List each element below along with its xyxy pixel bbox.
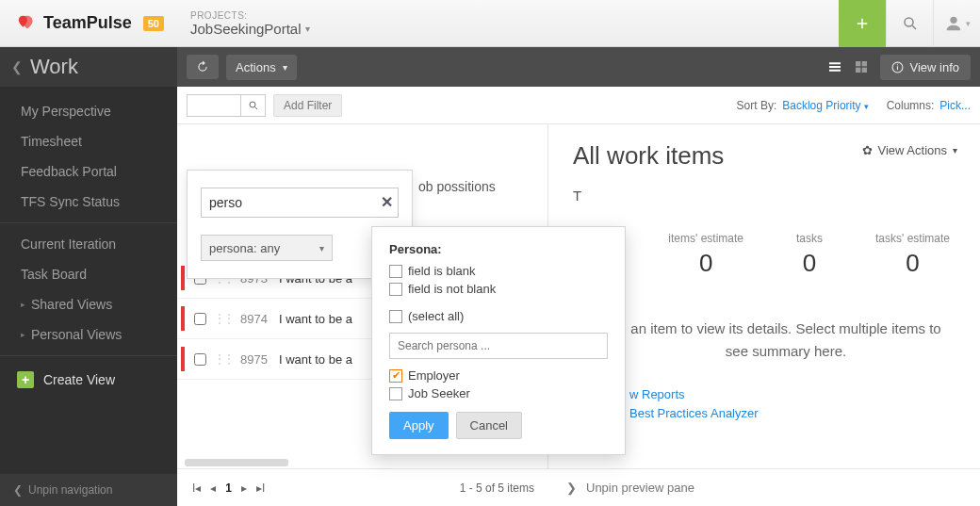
item-title: I want to be a	[279, 312, 352, 326]
partial-row-title: ob possitions	[418, 179, 496, 194]
quick-search-input[interactable]	[187, 94, 241, 117]
brand-logo: TeamPulse	[17, 13, 132, 34]
svg-point-1	[950, 17, 956, 24]
user-icon	[943, 13, 964, 34]
info-icon	[891, 61, 904, 73]
unpin-navigation[interactable]: ❮ Unpin navigation	[0, 474, 177, 506]
sidebar-item-current-iteration[interactable]: Current Iteration	[0, 229, 177, 259]
cancel-button[interactable]: Cancel	[456, 412, 522, 439]
field-blank-option[interactable]: field is blank	[389, 264, 608, 278]
view-info-button[interactable]: View info	[880, 55, 971, 80]
sort-by-dropdown[interactable]: Backlog Priority ▾	[782, 99, 869, 112]
persona-option-jobseeker[interactable]: Job Seeker	[389, 386, 608, 400]
sidebar-item-task-board[interactable]: Task Board	[0, 259, 177, 289]
caret-right-icon: ▸	[21, 300, 25, 309]
item-id: 8975	[240, 352, 268, 367]
link-best-practices[interactable]: Best Practices Analyzer	[629, 406, 956, 420]
topbar: TeamPulse 50 PROJECTS: JobSeekingPortal …	[0, 0, 980, 47]
chevron-left-icon: ❮	[11, 59, 23, 74]
drag-handle-icon[interactable]: ⋮⋮	[214, 312, 233, 325]
horizontal-scrollbar[interactable]	[185, 459, 288, 466]
items-list-pane: ob possitions ✕ persona: any ▾ Persona: …	[177, 124, 548, 506]
apply-button[interactable]: Apply	[389, 412, 449, 439]
page-first[interactable]: I◂	[192, 482, 201, 495]
unpin-preview-pane[interactable]: ❯ Unpin preview pane	[549, 468, 980, 506]
projects-label: PROJECTS:	[190, 10, 310, 21]
persona-title: Persona:	[389, 242, 608, 256]
notification-badge[interactable]: 50	[143, 16, 164, 31]
page-range: 1 - 5 of 5 items	[460, 482, 534, 495]
sidebar-item-my-perspective[interactable]: My Perspective	[0, 96, 177, 126]
status-stripe	[181, 266, 185, 290]
item-id: 8974	[240, 312, 268, 326]
user-menu[interactable]: ▾	[933, 0, 980, 47]
add-button[interactable]	[839, 0, 886, 47]
columns-picker[interactable]: Pick...	[939, 99, 971, 112]
chevron-right-icon: ❯	[566, 481, 577, 495]
persona-option-employer[interactable]: ✔Employer	[389, 368, 608, 383]
svg-rect-3	[862, 61, 867, 66]
actions-dropdown[interactable]: Actions ▾	[226, 55, 297, 80]
search-button[interactable]	[886, 0, 933, 47]
svg-point-0	[905, 18, 913, 26]
persona-filter-popup: Persona: field is blank field is not bla…	[371, 226, 626, 455]
create-view-button[interactable]: + Create View	[0, 362, 177, 398]
svg-rect-8	[897, 64, 898, 65]
select-all-option[interactable]: (select all)	[389, 309, 608, 323]
refresh-button[interactable]	[187, 55, 219, 79]
sidebar-item-timesheet[interactable]: Timesheet	[0, 126, 177, 156]
pulse-icon	[17, 13, 38, 34]
search-icon	[248, 100, 259, 111]
list-icon	[827, 59, 842, 74]
sidebar-item-feedback-portal[interactable]: Feedback Portal	[0, 156, 177, 187]
row-checkbox[interactable]	[194, 353, 206, 366]
svg-rect-7	[897, 66, 898, 70]
chevron-left-icon: ❮	[13, 483, 23, 497]
status-stripe	[181, 306, 185, 331]
page-current: 1	[225, 482, 232, 495]
sidebar-item-tfs-sync[interactable]: TFS Sync Status	[0, 187, 177, 217]
stats-row: items5 items' estimate0 tasks0 tasks' es…	[573, 232, 956, 278]
caret-right-icon: ▸	[21, 330, 25, 339]
pagination-bar: I◂ ◂ 1 ▸ ▸I 1 - 5 of 5 items	[177, 468, 549, 506]
clear-icon[interactable]: ✕	[381, 193, 393, 211]
chevron-down-icon: ▾	[305, 24, 310, 34]
gear-icon: ✿	[862, 143, 873, 157]
row-checkbox[interactable]	[194, 313, 206, 325]
list-view-toggle[interactable]	[822, 54, 848, 80]
project-name: JobSeekingPortal	[190, 21, 302, 37]
chevron-down-icon: ▾	[283, 62, 287, 73]
refresh-icon	[196, 60, 209, 73]
page-next[interactable]: ▸	[241, 482, 247, 495]
chevron-down-icon: ▾	[966, 19, 971, 28]
total-label-cut: T	[573, 188, 956, 204]
grid-view-toggle[interactable]	[848, 54, 874, 80]
sidebar-header[interactable]: ❮ Work	[0, 47, 177, 87]
sidebar-item-personal-views[interactable]: ▸Personal Views	[0, 319, 177, 350]
add-filter-button[interactable]: Add Filter	[273, 94, 342, 117]
search-icon	[902, 15, 919, 32]
sidebar-item-shared-views[interactable]: ▸Shared Views	[0, 289, 177, 319]
view-actions-dropdown[interactable]: ✿ View Actions ▾	[862, 143, 957, 157]
link-reports[interactable]: w Reports	[629, 387, 956, 401]
item-title: I want to be a	[279, 352, 352, 367]
toolbar: Actions ▾ View info	[177, 47, 980, 87]
drag-handle-icon[interactable]: ⋮⋮	[214, 352, 233, 366]
sidebar: ❮ Work My Perspective Timesheet Feedback…	[0, 47, 177, 506]
field-not-blank-option[interactable]: field is not blank	[389, 282, 608, 296]
page-prev[interactable]: ◂	[210, 482, 216, 495]
filter-bar: Add Filter Sort By: Backlog Priority ▾ C…	[177, 87, 980, 124]
plus-icon: +	[17, 371, 34, 388]
project-selector[interactable]: PROJECTS: JobSeekingPortal ▾	[190, 10, 310, 37]
svg-rect-2	[856, 61, 860, 66]
persona-search-input[interactable]	[389, 333, 608, 359]
filter-attribute-select[interactable]: persona: any ▾	[201, 235, 333, 261]
chevron-down-icon: ▾	[319, 243, 324, 253]
status-stripe	[181, 347, 185, 371]
quick-search-button[interactable]	[241, 94, 266, 117]
sidebar-title: Work	[30, 55, 78, 79]
page-last[interactable]: ▸I	[256, 482, 265, 495]
filter-search-input[interactable]	[201, 188, 399, 218]
svg-rect-4	[856, 68, 860, 73]
chevron-down-icon: ▾	[953, 145, 957, 155]
